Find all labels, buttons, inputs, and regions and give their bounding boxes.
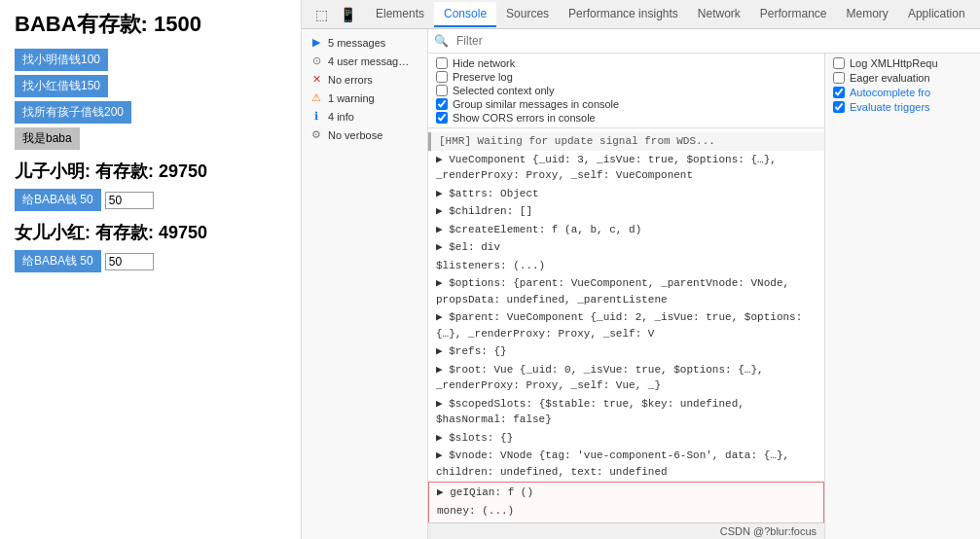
hide-network-checkbox[interactable] xyxy=(436,57,448,69)
log-line: ▶ $refs: {} xyxy=(428,342,824,361)
devtools-tab-bar: ⬚ 📱 Elements Console Sources Performance… xyxy=(302,0,980,29)
filter-icon: 🔍 xyxy=(434,34,449,48)
group-similar-checkbox[interactable] xyxy=(436,98,448,110)
errors-label: No errors xyxy=(328,74,419,86)
tab-network[interactable]: Network xyxy=(688,2,750,27)
log-line: ▶ geIQian: f () xyxy=(429,484,823,502)
sidebar-errors[interactable]: ✕ No errors xyxy=(302,70,427,89)
tab-application[interactable]: Application xyxy=(898,2,975,27)
log-xmlhttp-option: Log XMLHttpRequ xyxy=(833,57,972,69)
borrow-all-children-btn[interactable]: 找所有孩子借钱200 xyxy=(15,101,131,124)
tab-performance[interactable]: Performance xyxy=(750,2,837,27)
info-icon: ℹ xyxy=(309,110,323,123)
daughter-amount-input[interactable] xyxy=(105,253,154,270)
all-messages-label: 5 messages xyxy=(328,37,419,49)
verbose-label: No verbose xyxy=(328,129,419,141)
daughter-give-btn[interactable]: 给BABA钱 50 xyxy=(15,250,101,272)
status-bar: CSDN @?blur:focus xyxy=(428,522,824,539)
all-messages-icon: ▶ xyxy=(309,36,323,49)
left-panel: BABA有存款: 1500 找小明借钱100 找小红借钱150 找所有孩子借钱2… xyxy=(0,0,302,539)
eager-eval-label: Eager evaluation xyxy=(850,72,930,84)
preserve-log-checkbox[interactable] xyxy=(436,71,448,83)
warnings-label: 1 warning xyxy=(328,92,419,104)
console-main: 🔍 Hide network Preserve log xyxy=(428,29,980,539)
autocomplete-label: Autocomplete fro xyxy=(850,87,930,98)
status-text: CSDN @?blur:focus xyxy=(720,525,817,537)
tab-performance-insights[interactable]: Performance insights xyxy=(559,2,688,27)
log-line: ▶ $vnode: VNode {tag: 'vue-component-6-S… xyxy=(428,447,824,481)
user-messages-label: 4 user messag… xyxy=(328,55,419,67)
verbose-icon: ⚙ xyxy=(309,128,323,141)
hide-network-option: Hide network xyxy=(436,57,817,69)
log-line: ▶ $scopedSlots: {$stable: true, $key: un… xyxy=(428,395,824,429)
show-cors-checkbox[interactable] xyxy=(436,112,448,124)
log-line: ▶ $el: div xyxy=(428,238,824,257)
group-similar-label: Group similar messages in console xyxy=(453,98,619,110)
borrow-xiaoming-btn[interactable]: 找小明借钱100 xyxy=(15,49,108,71)
console-sidebar: ▶ 5 messages ⊙ 4 user messag… ✕ No error… xyxy=(302,29,428,539)
tab-security[interactable]: Secu xyxy=(975,2,980,27)
device-icon[interactable]: 📱 xyxy=(336,5,360,24)
daughter-title: 女儿小红: 有存款: 49750 xyxy=(15,221,286,244)
son-give-btn[interactable]: 给BABA钱 50 xyxy=(15,189,101,211)
log-line: [HMR] Waiting for update signal from WDS… xyxy=(428,132,824,151)
highlight-box: ▶ geIQian: f () money: (...) ▶ tinghua: … xyxy=(428,482,824,522)
log-area: [HMR] Waiting for update signal from WDS… xyxy=(428,128,824,522)
toolbar-icons: ⬚ 📱 xyxy=(306,5,366,24)
eval-triggers-option: Evaluate triggers xyxy=(833,101,972,113)
log-xmlhttp-checkbox[interactable] xyxy=(833,57,845,69)
sidebar-verbose[interactable]: ⚙ No verbose xyxy=(302,126,427,144)
devtools-panel: ⬚ 📱 Elements Console Sources Performance… xyxy=(302,0,980,539)
sidebar-user-messages[interactable]: ⊙ 4 user messag… xyxy=(302,52,427,70)
log-line[interactable]: ▶ VueComponent {_uid: 3, _isVue: true, $… xyxy=(428,151,824,185)
log-line: ▶ $root: Vue {_uid: 0, _isVue: true, $op… xyxy=(428,361,824,395)
eager-eval-option: Eager evaluation xyxy=(833,72,972,84)
info-label: 4 info xyxy=(328,111,419,123)
eval-triggers-label: Evaluate triggers xyxy=(850,101,930,113)
selected-context-option: Selected context only xyxy=(436,85,817,96)
options-bar: Hide network Preserve log Selected conte… xyxy=(428,54,824,128)
autocomplete-option: Autocomplete fro xyxy=(833,87,972,98)
eager-eval-checkbox[interactable] xyxy=(833,72,845,84)
preserve-log-option: Preserve log xyxy=(436,71,817,83)
baba-title: BABA有存款: 1500 xyxy=(15,10,286,39)
log-line: ▶ $createElement: f (a, b, c, d) xyxy=(428,221,824,239)
sidebar-warnings[interactable]: ⚠ 1 warning xyxy=(302,89,427,107)
hide-network-label: Hide network xyxy=(453,57,515,69)
log-line: ▶ $parent: VueComponent {_uid: 2, _isVue… xyxy=(428,308,824,342)
son-title: 儿子小明: 有存款: 29750 xyxy=(15,160,286,183)
log-line: ▶ $attrs: Object xyxy=(428,185,824,203)
log-line: ▶ $slots: {} xyxy=(428,429,824,448)
selected-context-label: Selected context only xyxy=(453,85,555,96)
filter-bar: 🔍 xyxy=(428,29,980,54)
autocomplete-checkbox[interactable] xyxy=(833,87,845,98)
son-give-row: 给BABA钱 50 xyxy=(15,189,286,211)
devtools-body: ▶ 5 messages ⊙ 4 user messag… ✕ No error… xyxy=(302,29,980,539)
log-xmlhttp-label: Log XMLHttpRequ xyxy=(850,57,938,69)
tab-memory[interactable]: Memory xyxy=(837,2,898,27)
show-cors-label: Show CORS errors in console xyxy=(453,112,596,124)
borrow-xiaohong-btn[interactable]: 找小红借钱150 xyxy=(15,75,108,97)
right-options-panel: Log XMLHttpRequ Eager evaluation Autocom… xyxy=(824,54,980,539)
log-line: money: (...) xyxy=(429,502,823,521)
eval-triggers-checkbox[interactable] xyxy=(833,101,845,113)
log-line: ▶ $children: [] xyxy=(428,202,824,221)
tab-elements[interactable]: Elements xyxy=(366,2,434,27)
inspect-icon[interactable]: ⬚ xyxy=(311,5,332,24)
user-messages-icon: ⊙ xyxy=(309,54,323,67)
preserve-log-label: Preserve log xyxy=(453,71,513,83)
sidebar-all-messages[interactable]: ▶ 5 messages xyxy=(302,33,427,52)
son-amount-input[interactable] xyxy=(105,192,154,209)
selected-context-checkbox[interactable] xyxy=(436,85,448,96)
log-line: $listeners: (...) xyxy=(428,257,824,275)
baba-btn[interactable]: 我是baba xyxy=(15,127,80,150)
sidebar-info[interactable]: ℹ 4 info xyxy=(302,107,427,126)
tab-sources[interactable]: Sources xyxy=(496,2,559,27)
filter-input[interactable] xyxy=(453,32,974,50)
tab-console[interactable]: Console xyxy=(434,2,496,27)
warnings-icon: ⚠ xyxy=(309,91,323,104)
daughter-give-row: 给BABA钱 50 xyxy=(15,250,286,272)
errors-icon: ✕ xyxy=(309,73,323,86)
log-line: ▶ $options: {parent: VueComponent, _pare… xyxy=(428,274,824,308)
show-cors-option: Show CORS errors in console xyxy=(436,112,817,124)
